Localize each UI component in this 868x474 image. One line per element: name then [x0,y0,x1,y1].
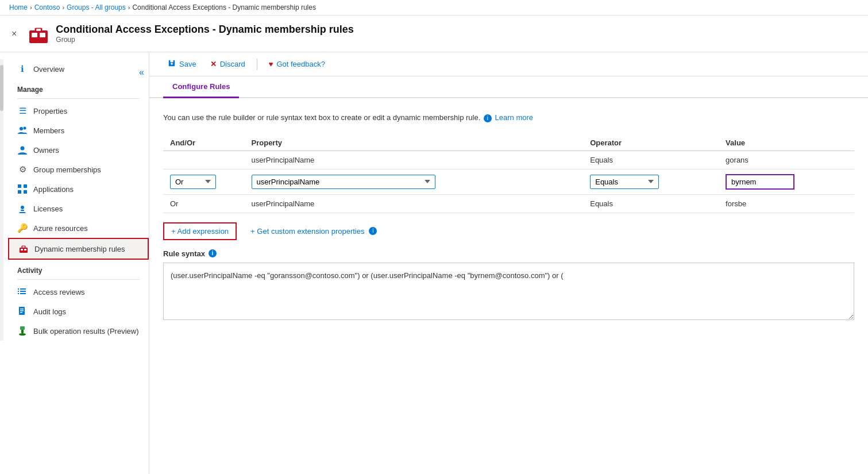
sidebar-divider-1 [17,98,140,99]
feedback-icon: ♥ [269,60,273,68]
svg-rect-11 [24,190,27,194]
get-custom-button[interactable]: + Get custom extension properties i [250,223,378,239]
rule-syntax-label: Rule syntax i [163,249,854,258]
row2-property[interactable]: userPrincipalName displayName mail given… [245,169,584,194]
sidebar-item-licenses[interactable]: Licenses [8,199,149,218]
save-icon [168,59,176,69]
feedback-label: Got feedback? [276,60,325,68]
andor-select[interactable]: Or And [170,175,216,189]
doc-icon [17,306,28,317]
svg-rect-8 [18,184,21,188]
row3-value: forsbe [719,194,854,213]
gear-icon: ⚙ [17,164,28,175]
page-title: Conditional Access Exceptions - Dynamic … [56,24,353,36]
table-row: Or userPrincipalName Equals forsbe [163,194,854,213]
action-buttons-row: + Add expression + Get custom extension … [163,222,854,240]
close-button[interactable]: × [9,26,19,41]
row2-andor[interactable]: Or And [163,169,245,194]
row2-operator[interactable]: Equals Not Equals Contains [583,169,719,194]
rule-syntax-textarea[interactable]: (user.userPrincipalName -eq "goransson@c… [163,263,854,320]
sidebar-item-access-reviews-label: Access reviews [33,288,85,296]
sidebar-item-owners[interactable]: Owners [8,140,149,160]
col-header-property: Property [245,135,584,151]
sidebar: « ℹ Overview Manage ☰ Properties Members [0,52,149,474]
col-header-value: Value [719,135,854,151]
svg-rect-10 [18,190,21,194]
svg-rect-20 [18,291,19,292]
sidebar-item-members[interactable]: Members [8,121,149,140]
sidebar-item-licenses-label: Licenses [33,205,63,213]
tab-configure-rules[interactable]: Configure Rules [163,76,239,98]
svg-rect-15 [21,249,23,251]
learn-more-link[interactable]: Learn more [495,113,533,122]
property-select[interactable]: userPrincipalName displayName mail given… [252,175,435,189]
sidebar-item-dynamic-membership-rules[interactable]: Dynamic membership rules [8,238,149,260]
header-row: × Conditional Access Exceptions - Dynami… [0,16,868,52]
sidebar-item-properties[interactable]: ☰ Properties [8,101,149,121]
svg-point-7 [21,147,25,151]
breadcrumb-current: Conditional Access Exceptions - Dynamic … [132,3,315,11]
add-expression-button[interactable]: + Add expression [163,222,237,240]
save-button[interactable]: Save [163,57,201,71]
svg-rect-26 [20,309,24,310]
sidebar-item-owners-label: Owners [33,146,59,155]
licenses-icon [17,203,28,214]
content-area: You can use the rule builder or rule syn… [149,98,868,336]
breadcrumb-groups[interactable]: Groups - All groups [67,3,126,11]
breadcrumb-home[interactable]: Home [9,3,28,11]
breadcrumb: Home › Contoso › Groups - All groups › C… [0,0,868,16]
svg-point-29 [19,333,26,336]
sidebar-item-bulk-label: Bulk operation results (Preview) [33,327,139,336]
sidebar-item-bulk-operation[interactable]: Bulk operation results (Preview) [8,321,149,341]
operator-select[interactable]: Equals Not Equals Contains [590,175,659,189]
info-tooltip-icon[interactable]: i [484,114,492,122]
sidebar-item-audit-logs[interactable]: Audit logs [8,302,149,321]
toolbar: Save ✕ Discard ♥ Got feedback? [149,52,868,76]
app-container: Home › Contoso › Groups - All groups › C… [0,0,868,474]
feedback-button[interactable]: ♥ Got feedback? [264,57,330,71]
col-header-operator: Operator [583,135,719,151]
svg-rect-4 [36,29,41,31]
table-row: userPrincipalName Equals gorans [163,151,854,169]
sidebar-item-applications[interactable]: Applications [8,179,149,199]
sidebar-item-group-memberships-label: Group memberships [33,165,101,174]
info-text: You can use the rule builder or rule syn… [163,112,854,124]
list-icon [17,287,28,297]
sidebar-activity-label: Activity [8,260,149,277]
scrollbar-thumb [0,65,3,111]
custom-info-icon[interactable]: i [369,227,377,235]
properties-icon: ☰ [17,106,28,116]
svg-rect-24 [20,293,26,294]
bc-sep-2: › [62,4,64,11]
save-label: Save [179,60,196,68]
svg-point-12 [21,206,24,209]
sidebar-item-group-memberships[interactable]: ⚙ Group memberships [8,160,149,179]
grid-icon [17,184,28,194]
main-content: Save ✕ Discard ♥ Got feedback? Configure… [149,52,868,474]
table-row: Or And userPrincipalName displayName mai… [163,169,854,194]
breadcrumb-contoso[interactable]: Contoso [34,3,60,11]
page-subtitle: Group [56,36,353,44]
svg-rect-9 [24,184,27,188]
rules-table: And/Or Property Operator Value userPrinc… [163,135,854,213]
value-input[interactable] [726,174,794,190]
header-title-block: Conditional Access Exceptions - Dynamic … [56,24,353,44]
info-circle-icon: ℹ [17,64,28,74]
sidebar-item-overview[interactable]: ℹ Overview [8,59,149,79]
row1-value: gorans [719,151,854,169]
scrollbar-track[interactable] [0,59,3,341]
body-row: « ℹ Overview Manage ☰ Properties Members [0,52,868,474]
discard-button[interactable]: ✕ Discard [206,57,250,71]
svg-rect-21 [18,293,19,294]
key-icon: 🔑 [17,223,28,233]
rule-syntax-info-icon[interactable]: i [209,249,217,257]
row2-value[interactable] [719,169,854,194]
sidebar-collapse-button[interactable]: « [134,66,149,79]
sidebar-item-access-reviews[interactable]: Access reviews [8,282,149,302]
svg-rect-28 [20,312,22,313]
sidebar-item-overview-label: Overview [33,65,64,74]
bc-sep-1: › [30,4,32,11]
row3-property: userPrincipalName [245,194,584,213]
sidebar-item-azure-resources[interactable]: 🔑 Azure resources [8,218,149,238]
sidebar-item-properties-label: Properties [33,107,67,115]
